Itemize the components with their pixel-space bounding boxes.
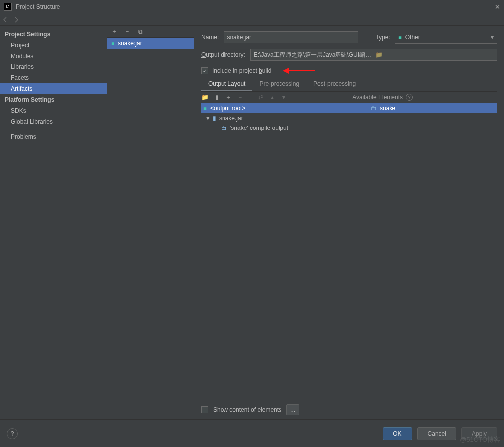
- layout-tabs: Output Layout Pre-processing Post-proces…: [201, 78, 497, 92]
- layout-toolbar: 📁 ▮ ＋ － ↓² ▴ ▾ Available Elements ?: [201, 92, 497, 103]
- window-title: Project Structure: [16, 3, 60, 10]
- sidebar-item-libraries[interactable]: Libraries: [0, 62, 107, 72]
- sidebar-header-platform: Platform Settings: [0, 94, 107, 105]
- app-icon: IJ: [4, 3, 12, 11]
- configure-button[interactable]: ...: [286, 404, 299, 415]
- sidebar-item-facets[interactable]: Facets: [0, 72, 107, 83]
- folder-open-icon[interactable]: 📁: [375, 51, 494, 58]
- artifact-details: Name: Type: ◆ Other ▾ Output directory: …: [194, 26, 504, 419]
- root-label: <output root>: [210, 105, 245, 112]
- nav-history-bar: [0, 14, 504, 26]
- ok-button[interactable]: OK: [383, 427, 412, 440]
- artifact-list-panel: ＋ － ⧉ ◆ snake:jar: [107, 26, 194, 419]
- sidebar-separator: [5, 129, 102, 129]
- output-dir-value: E:\Java工程师之路\第一层Java基础\GUI编程\snake\out\a…: [254, 51, 372, 59]
- type-combobox[interactable]: ◆ Other ▾: [395, 31, 497, 44]
- add-copy-icon[interactable]: ＋: [225, 94, 232, 101]
- apply-button[interactable]: Apply: [461, 427, 497, 440]
- settings-sidebar: Project Settings Project Modules Librari…: [0, 26, 107, 419]
- help-icon[interactable]: ?: [406, 94, 413, 101]
- artifact-list-item[interactable]: ◆ snake:jar: [107, 38, 194, 49]
- sidebar-item-artifacts[interactable]: Artifacts: [0, 83, 107, 94]
- available-elements-tree[interactable]: 🗀 snake: [369, 103, 497, 400]
- expand-icon[interactable]: ▶: [206, 117, 211, 120]
- include-build-label: Include in project build: [212, 67, 271, 74]
- tab-post-processing[interactable]: Post-processing: [306, 78, 363, 91]
- artifact-icon: ◆: [202, 105, 208, 111]
- sidebar-item-modules[interactable]: Modules: [0, 51, 107, 62]
- cancel-button[interactable]: Cancel: [417, 427, 456, 440]
- artifact-item-label: snake:jar: [118, 40, 142, 47]
- show-content-label: Show content of elements: [213, 406, 281, 413]
- show-content-checkbox[interactable]: ✓: [201, 406, 208, 413]
- new-folder-icon[interactable]: 📁: [201, 94, 208, 101]
- move-down-icon[interactable]: ▾: [280, 94, 287, 101]
- sidebar-item-sdks[interactable]: SDKs: [0, 105, 107, 116]
- add-icon[interactable]: ＋: [111, 28, 118, 35]
- tab-pre-processing[interactable]: Pre-processing: [252, 78, 306, 91]
- annotation-arrow: [285, 70, 315, 71]
- tree-root[interactable]: ◆ <output root>: [201, 103, 369, 113]
- tree-root[interactable]: 🗀 snake: [369, 103, 497, 113]
- folder-icon: 🗀: [221, 125, 227, 131]
- chevron-down-icon: ▾: [491, 34, 494, 41]
- tree-row[interactable]: 🗀 'snake' compile output: [201, 123, 369, 133]
- tree-label: 'snake' compile output: [230, 125, 288, 131]
- artifact-icon: ◆: [397, 34, 403, 40]
- available-elements-header: Available Elements ?: [352, 94, 413, 101]
- sidebar-item-global-libraries[interactable]: Global Libraries: [0, 116, 107, 127]
- output-dir-field[interactable]: E:\Java工程师之路\第一层Java基础\GUI编程\snake\out\a…: [250, 49, 497, 61]
- output-dir-label: Output directory:: [201, 51, 245, 58]
- forward-icon[interactable]: [13, 16, 20, 23]
- sort-icon[interactable]: ↓²: [257, 94, 264, 101]
- back-icon[interactable]: [2, 16, 9, 23]
- include-build-checkbox[interactable]: ✓: [201, 67, 208, 74]
- close-icon[interactable]: ✕: [495, 3, 500, 11]
- name-field[interactable]: [224, 31, 358, 43]
- remove-element-icon[interactable]: －: [237, 94, 244, 101]
- type-value: Other: [405, 34, 420, 41]
- module-icon: 🗀: [371, 105, 377, 112]
- copy-icon[interactable]: ⧉: [137, 28, 144, 35]
- dialog-footer: ? OK Cancel Apply: [0, 419, 504, 447]
- new-archive-icon[interactable]: ▮: [213, 94, 220, 101]
- help-button[interactable]: ?: [7, 428, 18, 439]
- type-label: Type:: [375, 34, 390, 41]
- remove-icon[interactable]: －: [124, 28, 131, 35]
- sidebar-header-project: Project Settings: [0, 29, 107, 40]
- artifact-list-toolbar: ＋ － ⧉: [107, 26, 194, 38]
- tree-row[interactable]: ▶ ▮ snake.jar: [201, 113, 369, 123]
- titlebar: IJ Project Structure ✕: [0, 0, 504, 14]
- move-up-icon[interactable]: ▴: [269, 94, 276, 101]
- sidebar-item-problems[interactable]: Problems: [0, 131, 107, 142]
- output-layout-tree[interactable]: ◆ <output root> ▶ ▮ snake.jar 🗀 'snake' …: [201, 103, 369, 400]
- tree-label: snake.jar: [219, 115, 243, 122]
- tab-output-layout[interactable]: Output Layout: [201, 78, 252, 91]
- tree-label: snake: [380, 105, 395, 112]
- artifact-icon: ◆: [110, 40, 116, 46]
- name-label: Name:: [201, 34, 219, 41]
- sidebar-item-project[interactable]: Project: [0, 40, 107, 51]
- archive-icon: ▮: [213, 115, 216, 122]
